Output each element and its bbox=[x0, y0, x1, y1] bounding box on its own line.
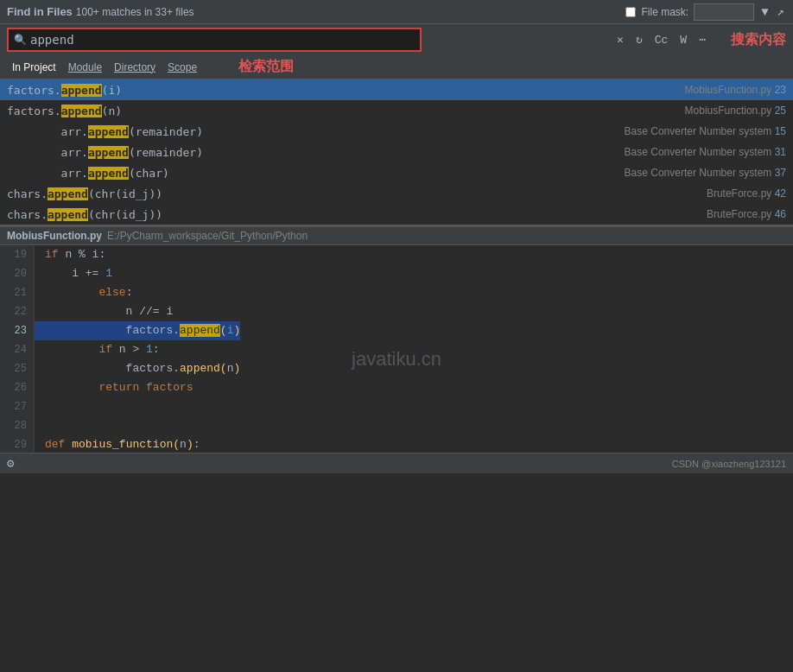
code-line-26: 26 return factors bbox=[0, 378, 793, 397]
tab-scope[interactable]: Scope bbox=[162, 60, 202, 75]
scope-annotation: 检索范围 bbox=[238, 58, 294, 76]
result-text: arr.append(char) bbox=[7, 167, 625, 180]
result-text: chars.append(chr(id_j)) bbox=[7, 208, 707, 221]
code-line-29: 29 def mobius_function(n): bbox=[0, 435, 793, 454]
line-number: 21 bbox=[0, 283, 35, 302]
find-in-files-panel: Find in Files 100+ matches in 33+ files … bbox=[0, 0, 793, 225]
status-bar: ⚙ CSDN @xiaozheng123121 bbox=[0, 453, 793, 473]
result-file: BruteForce.py 46 bbox=[707, 208, 786, 220]
code-content: factors.append(i) bbox=[35, 321, 240, 340]
line-number: 24 bbox=[0, 340, 35, 359]
file-mask-checkbox[interactable] bbox=[625, 7, 636, 17]
close-icon[interactable]: ✕ bbox=[614, 31, 626, 48]
search-input-row: 🔍 ✕ ↻ Cc W ⋯ 搜索内容 bbox=[0, 24, 793, 55]
search-icon: 🔍 bbox=[14, 34, 27, 47]
results-list: factors.append(i) MobiusFunction.py 23 f… bbox=[0, 79, 793, 225]
code-content: else: bbox=[35, 283, 132, 302]
code-line-20: 20 i += 1 bbox=[0, 264, 793, 283]
code-content: i += 1 bbox=[35, 264, 112, 283]
result-file: BruteForce.py 42 bbox=[707, 187, 786, 200]
tab-directory[interactable]: Directory bbox=[109, 60, 161, 75]
file-path: E:/PyCharm_workspace/Git_Python/Python bbox=[107, 230, 308, 242]
code-content bbox=[35, 397, 45, 416]
code-content: if n % i: bbox=[35, 245, 105, 264]
line-number: 19 bbox=[0, 245, 35, 264]
filter-icon[interactable]: ▼ bbox=[759, 3, 770, 21]
status-right-text: CSDN @xiaozheng123121 bbox=[672, 459, 786, 469]
line-number: 28 bbox=[0, 416, 35, 435]
code-content: if n > 1: bbox=[35, 340, 160, 359]
find-header: Find in Files 100+ matches in 33+ files … bbox=[0, 0, 793, 24]
result-text: chars.append(chr(id_j)) bbox=[7, 187, 707, 200]
word-match-icon[interactable]: W bbox=[677, 32, 689, 48]
match-highlight: append bbox=[88, 146, 129, 159]
result-row[interactable]: arr.append(remainder) Base Converter Num… bbox=[0, 121, 793, 142]
find-header-right: File mask: ▼ ↗ bbox=[625, 3, 786, 21]
result-file: Base Converter Number system 37 bbox=[625, 167, 786, 179]
search-right-icons: ✕ ↻ Cc W ⋯ bbox=[614, 31, 708, 48]
code-line-27: 27 bbox=[0, 397, 793, 416]
code-content bbox=[35, 416, 45, 435]
result-text: arr.append(remainder) bbox=[7, 146, 625, 159]
match-highlight: append bbox=[88, 167, 129, 180]
file-name: MobiusFunction.py bbox=[7, 230, 102, 242]
result-row[interactable]: factors.append(i) MobiusFunction.py 23 bbox=[0, 79, 793, 100]
match-highlight: append bbox=[48, 187, 88, 200]
result-row[interactable]: arr.append(char) Base Converter Number s… bbox=[0, 162, 793, 183]
line-number: 29 bbox=[0, 435, 35, 454]
find-title: Find in Files bbox=[7, 5, 73, 18]
code-line-24: 24 if n > 1: bbox=[0, 340, 793, 359]
code-line-28: 28 bbox=[0, 416, 793, 435]
code-line-19: 19 if n % i: bbox=[0, 245, 793, 264]
result-row[interactable]: chars.append(chr(id_j)) BruteForce.py 42 bbox=[0, 183, 793, 204]
result-row[interactable]: chars.append(chr(id_j)) BruteForce.py 46 bbox=[0, 204, 793, 225]
result-file: MobiusFunction.py 23 bbox=[685, 84, 786, 96]
line-number: 20 bbox=[0, 264, 35, 283]
search-input[interactable] bbox=[30, 33, 415, 47]
result-file: Base Converter Number system 31 bbox=[625, 146, 786, 158]
match-highlight: append bbox=[88, 125, 129, 138]
line-number: 22 bbox=[0, 302, 35, 321]
code-editor: javatiku.cn 19 if n % i: 20 i += 1 21 el… bbox=[0, 245, 793, 473]
code-content: factors.append(n) bbox=[35, 359, 240, 378]
code-content: def mobius_function(n): bbox=[35, 435, 200, 454]
code-content: return factors bbox=[35, 378, 193, 397]
line-number: 26 bbox=[0, 378, 35, 397]
match-highlight: append bbox=[61, 105, 102, 117]
result-text: factors.append(n) bbox=[7, 105, 685, 117]
file-mask-label: File mask: bbox=[641, 6, 688, 18]
result-row[interactable]: factors.append(n) MobiusFunction.py 25 bbox=[0, 100, 793, 121]
match-highlight: append bbox=[61, 84, 102, 97]
search-annotation: 搜索内容 bbox=[731, 31, 786, 49]
result-file: MobiusFunction.py 25 bbox=[685, 105, 786, 117]
code-line-22: 22 n //= i bbox=[0, 302, 793, 321]
code-line-23: 23 factors.append(i) bbox=[0, 321, 793, 340]
scope-tabs-row: In Project Module Directory Scope 检索范围 bbox=[0, 55, 793, 79]
refresh-icon[interactable]: ↻ bbox=[633, 31, 645, 48]
code-content: n //= i bbox=[35, 302, 173, 321]
result-row[interactable]: arr.append(remainder) Base Converter Num… bbox=[0, 142, 793, 162]
file-path-bar: MobiusFunction.py E:/PyCharm_workspace/G… bbox=[0, 227, 793, 245]
search-box-container: 🔍 bbox=[7, 28, 422, 52]
tab-module[interactable]: Module bbox=[63, 60, 107, 75]
file-mask-input[interactable] bbox=[694, 3, 754, 21]
line-number: 27 bbox=[0, 397, 35, 416]
gear-icon[interactable]: ⚙ bbox=[7, 456, 14, 471]
find-matches: 100+ matches in 33+ files bbox=[76, 6, 194, 18]
code-line-21: 21 else: bbox=[0, 283, 793, 302]
line-number: 23 bbox=[0, 321, 35, 340]
more-options-icon[interactable]: ⋯ bbox=[696, 31, 708, 48]
result-text: factors.append(i) bbox=[7, 84, 685, 97]
result-file: Base Converter Number system 15 bbox=[625, 125, 786, 137]
match-highlight: append bbox=[48, 208, 88, 221]
pin-icon[interactable]: ↗ bbox=[776, 3, 786, 21]
code-line-25: 25 factors.append(n) bbox=[0, 359, 793, 378]
tab-in-project[interactable]: In Project bbox=[7, 60, 61, 75]
line-number: 25 bbox=[0, 359, 35, 378]
result-text: arr.append(remainder) bbox=[7, 125, 625, 138]
case-sensitive-icon[interactable]: Cc bbox=[652, 32, 671, 48]
